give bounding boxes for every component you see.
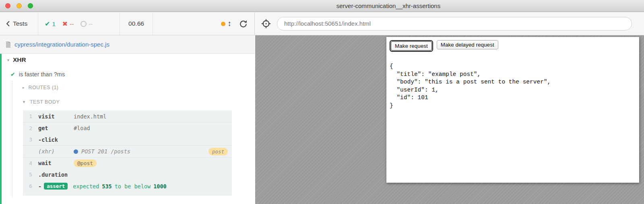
command-name: .duration [38, 171, 74, 178]
up-down-arrow-icon: ↕ [228, 19, 232, 28]
suite-title: XHR [13, 56, 26, 63]
command-name: visit [38, 113, 74, 120]
crosshair-icon [260, 18, 272, 29]
json-line: "body": "this is a post sent to the serv… [390, 78, 636, 86]
test-passed-check-icon: ✔ [10, 71, 15, 78]
assert-badge: assert [44, 183, 68, 190]
pending-circle-icon [80, 21, 87, 27]
assert-actual-value: 535 [102, 183, 111, 190]
focus-ring: Make request [390, 40, 433, 52]
command-number: 5 [25, 171, 32, 177]
command-number: 3 [25, 137, 32, 143]
assert-expected-value: 1000 [153, 183, 167, 190]
toolbar: Tests ✔ 1 ✖ -- -- 00.66 ↕ [0, 12, 644, 35]
command-name: get [38, 125, 74, 131]
command-row-its[interactable]: 5 .duration [23, 169, 232, 180]
json-line: { [390, 63, 636, 71]
command-name: -click [38, 137, 74, 143]
passed-count: 1 [52, 20, 55, 27]
stat-pending: -- [80, 20, 93, 27]
command-number: 6 [25, 183, 32, 189]
command-name: wait [38, 160, 74, 166]
routes-label: ROUTES (1) [29, 85, 59, 90]
check-icon: ✔ [45, 20, 50, 28]
xhr-request-summary: POST 201 /posts [81, 148, 130, 155]
command-log: 1 visit index.html 2 get #load [23, 110, 232, 196]
caret-right-icon: ▸ [23, 86, 25, 90]
command-number: 4 [25, 160, 32, 166]
content: cypress/integration/duration-spec.js ▾ X… [0, 35, 644, 204]
titlebar: server-communication__xhr-assertions [0, 0, 644, 12]
suite-xhr[interactable]: ▾ XHR [2, 56, 255, 63]
command-row-wait[interactable]: 4 wait @post [23, 157, 232, 169]
test-body-label: TEST BODY [30, 99, 60, 105]
route-matched-dot-icon [74, 149, 78, 154]
assert-dash: - [38, 183, 41, 190]
test-stats: ✔ 1 ✖ -- -- [38, 12, 120, 35]
autoscroll-dot-icon [221, 22, 225, 26]
json-line: "id": 101 [390, 94, 636, 102]
command-number: 1 [25, 113, 32, 119]
assert-text: to be below [115, 183, 151, 190]
browser-toolbar: http://localhost:50651/index.html [255, 12, 644, 35]
route-alias-badge: post [208, 148, 228, 155]
make-request-button[interactable]: Make request [391, 41, 432, 51]
selector-playground-button[interactable] [260, 18, 272, 29]
spec-header: cypress/integration/duration-spec.js [0, 35, 255, 54]
file-icon [6, 41, 11, 48]
test-is-faster-than[interactable]: ✔ is faster than ?ms [2, 71, 255, 78]
json-line: "userId": 1, [390, 86, 636, 94]
reporter-toolbar: Tests ✔ 1 ✖ -- -- 00.66 ↕ [0, 12, 255, 35]
back-to-tests-label: Tests [13, 20, 27, 27]
test-body-section-toggle[interactable]: ▼ TEST BODY [2, 99, 255, 105]
routes-section-toggle[interactable]: ▸ ROUTES (1) [2, 85, 255, 90]
cypress-test-runner-window: server-communication__xhr-assertions Tes… [0, 0, 644, 204]
window-title: server-communication__xhr-assertions [0, 0, 644, 12]
command-row-click[interactable]: 3 -click [23, 134, 232, 145]
autoscroll-toggle[interactable]: ↕ [221, 19, 232, 28]
back-to-tests-button[interactable]: Tests [0, 12, 38, 35]
make-delayed-request-button[interactable]: Make delayed request [437, 40, 498, 49]
command-message: index.html [74, 113, 106, 120]
command-row-xhr[interactable]: (xhr) POST 201 /posts post [23, 145, 232, 157]
failed-count: -- [70, 20, 74, 27]
command-row-visit[interactable]: 1 visit index.html [23, 110, 232, 122]
json-line: "title": "example post", [390, 71, 636, 79]
chevron-left-icon [6, 21, 10, 27]
url-address-bar[interactable]: http://localhost:50651/index.html [277, 17, 632, 31]
test-title: is faster than ?ms [19, 71, 65, 78]
pending-count: -- [89, 20, 93, 27]
run-duration: 00.66 [120, 12, 153, 35]
caret-down-icon: ▾ [7, 58, 9, 62]
xhr-event-label: (xhr) [38, 148, 74, 155]
response-json-output: { "title": "example post", "body": "this… [390, 63, 636, 110]
aut-background: Make request Make delayed request { "tit… [255, 35, 644, 204]
caret-down-icon: ▼ [22, 100, 26, 104]
reporter-body: ▾ XHR ✔ is faster than ?ms ▸ ROUTES (1) … [0, 54, 255, 204]
restart-tests-button[interactable] [239, 19, 248, 29]
restart-icon [239, 19, 248, 29]
json-line: } [390, 102, 636, 110]
command-row-get[interactable]: 2 get #load [23, 122, 232, 134]
command-message: #load [74, 125, 90, 131]
assert-text: expected [73, 183, 99, 190]
stat-passed: ✔ 1 [45, 20, 56, 28]
x-icon: ✖ [62, 20, 68, 28]
aut-viewport: Make request Make delayed request { "tit… [386, 37, 639, 183]
aut-button-row: Make request Make delayed request [390, 40, 636, 52]
alias-badge: @post [74, 159, 97, 167]
test-connector-line [12, 81, 12, 198]
command-row-assert[interactable]: 6 - assert expected 535 to be below 1000 [23, 180, 232, 192]
command-number: 2 [25, 125, 32, 131]
stat-failed: ✖ -- [62, 20, 74, 28]
spec-file-link[interactable]: cypress/integration/duration-spec.js [14, 41, 109, 48]
reporter-panel: cypress/integration/duration-spec.js ▾ X… [0, 35, 255, 204]
